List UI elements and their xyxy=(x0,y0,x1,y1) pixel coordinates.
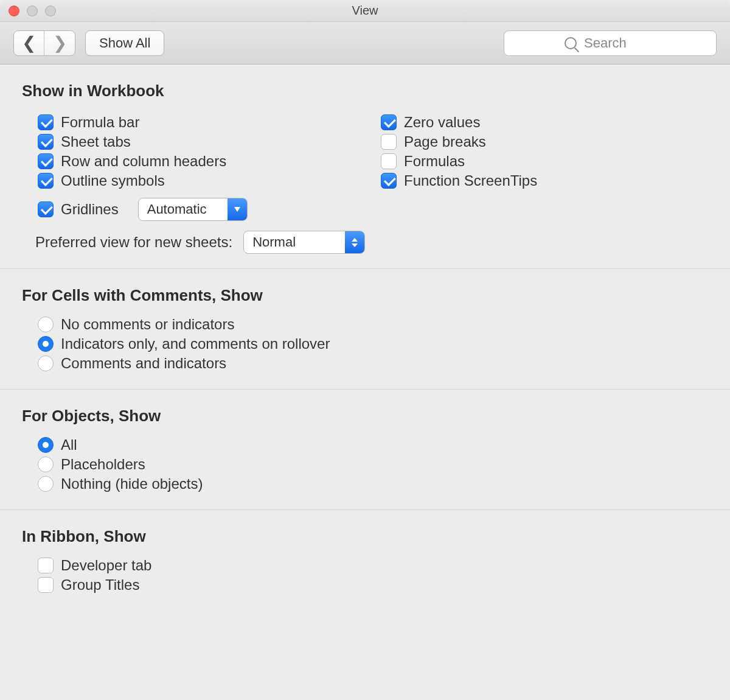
section-title: For Objects, Show xyxy=(22,407,708,425)
checkbox-label: Formula bar xyxy=(61,114,139,131)
checkbox-row-column-headers[interactable]: Row and column headers xyxy=(38,153,365,170)
radio-label: Indicators only, and comments on rollove… xyxy=(61,335,330,352)
search-icon xyxy=(565,37,577,49)
checkbox-icon xyxy=(38,558,54,573)
show-in-workbook-left: Formula bar Sheet tabs Row and column he… xyxy=(22,111,365,223)
checkbox-gridlines[interactable]: Gridlines Automatic xyxy=(38,198,365,221)
checkbox-label: Zero values xyxy=(404,114,480,131)
checkbox-zero-values[interactable]: Zero values xyxy=(381,114,708,131)
show-all-label: Show All xyxy=(99,35,150,51)
show-all-button[interactable]: Show All xyxy=(85,30,164,56)
preferred-view-row: Preferred view for new sheets: Normal xyxy=(35,231,708,254)
dropdown-value: Automatic xyxy=(139,201,228,217)
checkbox-label: Developer tab xyxy=(61,557,151,574)
section-title: For Cells with Comments, Show xyxy=(22,286,708,305)
radio-objects-all[interactable]: All xyxy=(38,436,708,453)
radio-icon xyxy=(38,317,54,332)
checkbox-icon xyxy=(381,114,397,130)
preferred-view-select[interactable]: Normal xyxy=(243,231,365,254)
checkbox-function-screentips[interactable]: Function ScreenTips xyxy=(381,172,708,189)
checkbox-outline-symbols[interactable]: Outline symbols xyxy=(38,172,365,189)
show-in-workbook-right: Zero values Page breaks Formulas Functio… xyxy=(365,111,708,223)
checkbox-icon xyxy=(381,153,397,169)
section-title: Show in Workbook xyxy=(22,82,708,100)
checkbox-label: Row and column headers xyxy=(61,153,226,170)
checkbox-icon xyxy=(38,134,54,150)
checkbox-icon xyxy=(38,577,54,593)
checkbox-label: Sheet tabs xyxy=(61,133,131,150)
checkbox-icon xyxy=(381,173,397,189)
search-field[interactable] xyxy=(504,30,717,56)
checkbox-label: Formulas xyxy=(404,153,465,170)
checkbox-icon xyxy=(38,114,54,130)
back-button[interactable]: ❮ xyxy=(14,31,44,55)
chevron-left-icon: ❮ xyxy=(22,33,36,53)
radio-label: All xyxy=(61,436,77,453)
checkbox-formulas[interactable]: Formulas xyxy=(381,153,708,170)
radio-icon xyxy=(38,476,54,492)
checkbox-icon xyxy=(38,173,54,189)
radio-label: No comments or indicators xyxy=(61,316,234,333)
dropdown-value: Normal xyxy=(244,234,345,250)
section-ribbon: In Ribbon, Show Developer tab Group Titl… xyxy=(0,510,730,611)
toolbar: ❮ ❯ Show All xyxy=(0,22,730,65)
checkbox-label: Group Titles xyxy=(61,576,139,593)
checkbox-developer-tab[interactable]: Developer tab xyxy=(38,557,708,574)
checkbox-icon xyxy=(38,153,54,169)
content-area: Show in Workbook Formula bar Sheet tabs … xyxy=(0,65,730,700)
radio-label: Placeholders xyxy=(61,456,145,473)
checkbox-sheet-tabs[interactable]: Sheet tabs xyxy=(38,133,365,150)
window-title: View xyxy=(0,4,730,18)
traffic-lights xyxy=(9,5,56,16)
radio-objects-nothing[interactable]: Nothing (hide objects) xyxy=(38,475,708,492)
radio-icon xyxy=(38,437,54,453)
checkbox-formula-bar[interactable]: Formula bar xyxy=(38,114,365,131)
preferred-view-label: Preferred view for new sheets: xyxy=(35,234,232,251)
section-objects: For Objects, Show All Placeholders Nothi… xyxy=(0,390,730,510)
checkbox-icon xyxy=(381,134,397,150)
section-show-in-workbook: Show in Workbook Formula bar Sheet tabs … xyxy=(0,65,730,269)
radio-label: Nothing (hide objects) xyxy=(61,475,203,492)
chevron-down-icon xyxy=(228,198,247,220)
radio-no-comments[interactable]: No comments or indicators xyxy=(38,316,708,333)
section-title: In Ribbon, Show xyxy=(22,527,708,546)
titlebar: View xyxy=(0,0,730,22)
window-zoom-button[interactable] xyxy=(45,5,56,16)
nav-segmented: ❮ ❯ xyxy=(13,30,75,56)
checkbox-label: Gridlines xyxy=(61,201,119,218)
radio-indicators-only[interactable]: Indicators only, and comments on rollove… xyxy=(38,335,708,352)
checkbox-label: Function ScreenTips xyxy=(404,172,537,189)
preferences-window: View ❮ ❯ Show All Show in Workbook xyxy=(0,0,730,700)
window-minimize-button[interactable] xyxy=(27,5,38,16)
radio-icon xyxy=(38,355,54,371)
radio-comments-indicators[interactable]: Comments and indicators xyxy=(38,355,708,372)
radio-label: Comments and indicators xyxy=(61,355,226,372)
radio-objects-placeholders[interactable]: Placeholders xyxy=(38,456,708,473)
checkbox-group-titles[interactable]: Group Titles xyxy=(38,576,708,593)
window-close-button[interactable] xyxy=(9,5,19,16)
section-comments: For Cells with Comments, Show No comment… xyxy=(0,269,730,390)
chevron-right-icon: ❯ xyxy=(53,33,67,53)
forward-button[interactable]: ❯ xyxy=(44,31,75,55)
checkbox-icon xyxy=(38,201,54,217)
checkbox-label: Page breaks xyxy=(404,133,486,150)
search-input[interactable] xyxy=(583,35,656,52)
gridlines-mode-select[interactable]: Automatic xyxy=(138,198,248,221)
radio-icon xyxy=(38,336,54,352)
checkbox-page-breaks[interactable]: Page breaks xyxy=(381,133,708,150)
radio-icon xyxy=(38,457,54,472)
updown-arrows-icon xyxy=(345,231,364,253)
checkbox-label: Outline symbols xyxy=(61,172,165,189)
